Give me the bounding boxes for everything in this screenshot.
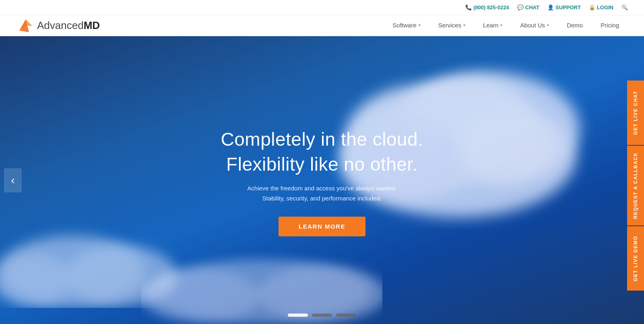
- main-nav: AdvancedMD Software ▾ Services ▾ Learn ▾…: [0, 15, 644, 36]
- support-link[interactable]: 👤 SUPPORT: [547, 4, 581, 10]
- cloud-bottom-left-icon: [0, 219, 201, 308]
- hero-subtitle: Achieve the freedom and access you've al…: [181, 183, 463, 204]
- prev-slide-button[interactable]: ‹: [4, 168, 22, 192]
- nav-item-about[interactable]: About Us ▾: [511, 15, 558, 36]
- hero-content: Completely in the cloud. Flexibility lik…: [181, 128, 463, 236]
- phone-icon: 📞: [465, 4, 472, 10]
- cloud-bottom-mid-icon: [141, 252, 382, 324]
- chevron-down-icon: ▾: [463, 23, 465, 27]
- chevron-down-icon: ▾: [547, 23, 549, 27]
- support-icon: 👤: [547, 4, 554, 10]
- logo-bird-icon: [16, 16, 35, 35]
- slide-dot-1[interactable]: [288, 314, 308, 317]
- slide-dot-3[interactable]: [336, 314, 356, 317]
- nav-item-pricing[interactable]: Pricing: [592, 15, 628, 36]
- nav-link-pricing[interactable]: Pricing: [592, 15, 628, 36]
- nav-item-software[interactable]: Software ▾: [384, 15, 429, 36]
- get-live-demo-tab[interactable]: GET LIVE DEMO: [627, 226, 644, 291]
- slide-dot-2[interactable]: [312, 314, 332, 317]
- logo-area[interactable]: AdvancedMD: [16, 16, 100, 35]
- chevron-down-icon: ▾: [500, 23, 502, 27]
- chevron-down-icon: ▾: [419, 23, 421, 27]
- get-live-chat-tab[interactable]: GET LIVE CHAT: [627, 80, 644, 145]
- svg-point-13: [141, 270, 262, 322]
- learn-more-button[interactable]: LEARN MORE: [279, 217, 365, 236]
- nav-item-demo[interactable]: Demo: [558, 15, 592, 36]
- nav-item-services[interactable]: Services ▾: [429, 15, 475, 36]
- request-callback-tab[interactable]: REQUEST A CALLBACK: [627, 146, 644, 225]
- search-link[interactable]: 🔍: [621, 4, 628, 10]
- svg-point-11: [64, 246, 177, 306]
- login-link[interactable]: 🔒 LOGIN: [589, 4, 613, 10]
- hero-title-line2: Flexibility like no other.: [181, 153, 463, 175]
- svg-point-7: [455, 109, 559, 181]
- svg-point-9: [0, 235, 145, 308]
- nav-item-learn[interactable]: Learn ▾: [474, 15, 511, 36]
- hero-title-line1: Completely in the cloud.: [181, 128, 463, 150]
- nav-links: Software ▾ Services ▾ Learn ▾ About Us ▾: [384, 15, 628, 36]
- logo-text: AdvancedMD: [37, 19, 100, 32]
- top-bar: 📞 (800) 825-0224 💬 CHAT 👤 SUPPORT 🔒 LOGI…: [0, 0, 644, 15]
- hero-dots: [288, 314, 356, 317]
- nav-link-learn[interactable]: Learn ▾: [474, 15, 511, 36]
- nav-link-demo[interactable]: Demo: [558, 15, 592, 36]
- nav-link-about[interactable]: About Us ▾: [511, 15, 558, 36]
- search-icon: 🔍: [621, 4, 628, 10]
- lock-icon: 🔒: [589, 4, 595, 10]
- hero-section: Completely in the cloud. Flexibility lik…: [0, 36, 644, 324]
- nav-link-software[interactable]: Software ▾: [384, 15, 429, 36]
- nav-link-services[interactable]: Services ▾: [429, 15, 475, 36]
- chat-icon: 💬: [517, 4, 524, 10]
- phone-link[interactable]: 📞 (800) 825-0224: [465, 4, 509, 10]
- svg-point-10: [0, 254, 72, 306]
- chat-link[interactable]: 💬 CHAT: [517, 4, 539, 10]
- chevron-left-icon: ‹: [11, 174, 14, 187]
- side-tabs: GET LIVE CHAT REQUEST A CALLBACK GET LIV…: [627, 80, 644, 291]
